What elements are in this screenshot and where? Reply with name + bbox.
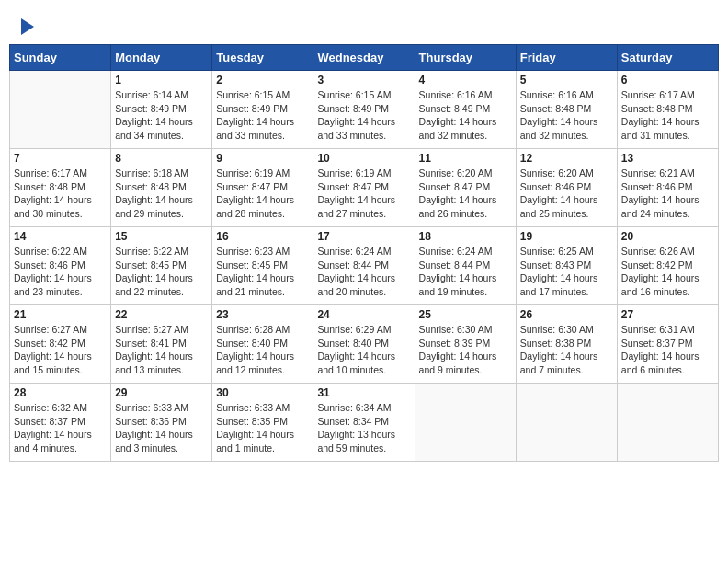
calendar-cell: 5Sunrise: 6:16 AM Sunset: 8:48 PM Daylig… [516,71,617,149]
day-info: Sunrise: 6:21 AM Sunset: 8:46 PM Dayligh… [621,167,714,221]
calendar-header-row: SundayMondayTuesdayWednesdayThursdayFrid… [10,45,719,71]
calendar-cell: 24Sunrise: 6:29 AM Sunset: 8:40 PM Dayli… [313,305,415,384]
day-info: Sunrise: 6:30 AM Sunset: 8:38 PM Dayligh… [520,323,613,377]
calendar-body: 1Sunrise: 6:14 AM Sunset: 8:49 PM Daylig… [10,71,719,462]
day-number: 16 [216,230,309,243]
calendar-cell: 26Sunrise: 6:30 AM Sunset: 8:38 PM Dayli… [516,305,617,384]
page-header [9,9,719,40]
day-info: Sunrise: 6:27 AM Sunset: 8:42 PM Dayligh… [14,323,107,377]
calendar-cell: 28Sunrise: 6:32 AM Sunset: 8:37 PM Dayli… [10,384,111,462]
calendar-cell: 11Sunrise: 6:20 AM Sunset: 8:47 PM Dayli… [415,149,516,227]
calendar-cell: 21Sunrise: 6:27 AM Sunset: 8:42 PM Dayli… [10,305,111,384]
calendar-cell: 2Sunrise: 6:15 AM Sunset: 8:49 PM Daylig… [212,71,313,149]
day-number: 31 [317,386,410,399]
day-number: 13 [621,152,714,165]
calendar-cell: 9Sunrise: 6:19 AM Sunset: 8:47 PM Daylig… [212,149,313,227]
day-number: 17 [317,230,410,243]
day-number: 14 [14,230,107,243]
calendar-header-cell: Friday [516,45,617,71]
calendar-cell [10,71,111,149]
calendar-table: SundayMondayTuesdayWednesdayThursdayFrid… [9,44,719,462]
calendar-cell: 27Sunrise: 6:31 AM Sunset: 8:37 PM Dayli… [617,305,718,384]
day-info: Sunrise: 6:30 AM Sunset: 8:39 PM Dayligh… [419,323,512,377]
calendar-week-row: 1Sunrise: 6:14 AM Sunset: 8:49 PM Daylig… [10,71,719,149]
day-info: Sunrise: 6:20 AM Sunset: 8:47 PM Dayligh… [419,167,512,221]
day-number: 8 [115,152,208,165]
day-number: 26 [520,308,613,321]
day-number: 29 [115,386,208,399]
day-info: Sunrise: 6:24 AM Sunset: 8:44 PM Dayligh… [317,245,410,299]
day-number: 12 [520,152,613,165]
calendar-cell: 13Sunrise: 6:21 AM Sunset: 8:46 PM Dayli… [617,149,718,227]
day-info: Sunrise: 6:20 AM Sunset: 8:46 PM Dayligh… [520,167,613,221]
calendar-cell: 14Sunrise: 6:22 AM Sunset: 8:46 PM Dayli… [10,227,111,305]
day-info: Sunrise: 6:29 AM Sunset: 8:40 PM Dayligh… [317,323,410,377]
calendar-cell: 17Sunrise: 6:24 AM Sunset: 8:44 PM Dayli… [313,227,415,305]
calendar-cell: 23Sunrise: 6:28 AM Sunset: 8:40 PM Dayli… [212,305,313,384]
day-number: 9 [216,152,309,165]
day-info: Sunrise: 6:16 AM Sunset: 8:49 PM Dayligh… [419,88,512,143]
calendar-cell: 4Sunrise: 6:16 AM Sunset: 8:49 PM Daylig… [415,71,516,149]
calendar-header-cell: Monday [111,45,212,71]
day-info: Sunrise: 6:14 AM Sunset: 8:49 PM Dayligh… [115,88,208,143]
day-info: Sunrise: 6:33 AM Sunset: 8:35 PM Dayligh… [216,401,309,455]
day-info: Sunrise: 6:22 AM Sunset: 8:46 PM Dayligh… [14,245,107,299]
day-info: Sunrise: 6:33 AM Sunset: 8:36 PM Dayligh… [115,401,208,455]
calendar-cell: 6Sunrise: 6:17 AM Sunset: 8:48 PM Daylig… [617,71,718,149]
logo [18,18,34,35]
day-number: 24 [317,308,410,321]
day-info: Sunrise: 6:15 AM Sunset: 8:49 PM Dayligh… [216,88,309,143]
day-number: 11 [419,152,512,165]
calendar-week-row: 14Sunrise: 6:22 AM Sunset: 8:46 PM Dayli… [10,227,719,305]
calendar-cell: 16Sunrise: 6:23 AM Sunset: 8:45 PM Dayli… [212,227,313,305]
day-number: 27 [621,308,714,321]
calendar-cell: 20Sunrise: 6:26 AM Sunset: 8:42 PM Dayli… [617,227,718,305]
day-info: Sunrise: 6:17 AM Sunset: 8:48 PM Dayligh… [14,167,107,221]
day-info: Sunrise: 6:31 AM Sunset: 8:37 PM Dayligh… [621,323,714,377]
day-info: Sunrise: 6:19 AM Sunset: 8:47 PM Dayligh… [216,167,309,221]
calendar-cell: 30Sunrise: 6:33 AM Sunset: 8:35 PM Dayli… [212,384,313,462]
calendar-cell [516,384,617,462]
day-info: Sunrise: 6:24 AM Sunset: 8:44 PM Dayligh… [419,245,512,299]
calendar-cell: 7Sunrise: 6:17 AM Sunset: 8:48 PM Daylig… [10,149,111,227]
calendar-cell: 8Sunrise: 6:18 AM Sunset: 8:48 PM Daylig… [111,149,212,227]
day-number: 25 [419,308,512,321]
calendar-cell [415,384,516,462]
calendar-header-cell: Thursday [415,45,516,71]
day-info: Sunrise: 6:32 AM Sunset: 8:37 PM Dayligh… [14,401,107,455]
day-info: Sunrise: 6:34 AM Sunset: 8:34 PM Dayligh… [317,401,410,455]
calendar-week-row: 28Sunrise: 6:32 AM Sunset: 8:37 PM Dayli… [10,384,719,462]
calendar-cell: 15Sunrise: 6:22 AM Sunset: 8:45 PM Dayli… [111,227,212,305]
day-number: 18 [419,230,512,243]
calendar-cell: 19Sunrise: 6:25 AM Sunset: 8:43 PM Dayli… [516,227,617,305]
day-info: Sunrise: 6:18 AM Sunset: 8:48 PM Dayligh… [115,167,208,221]
day-info: Sunrise: 6:26 AM Sunset: 8:42 PM Dayligh… [621,245,714,299]
calendar-cell: 29Sunrise: 6:33 AM Sunset: 8:36 PM Dayli… [111,384,212,462]
day-info: Sunrise: 6:27 AM Sunset: 8:41 PM Dayligh… [115,323,208,377]
calendar-cell: 31Sunrise: 6:34 AM Sunset: 8:34 PM Dayli… [313,384,415,462]
day-number: 2 [216,74,309,86]
day-info: Sunrise: 6:15 AM Sunset: 8:49 PM Dayligh… [317,88,410,143]
day-number: 5 [520,74,613,86]
day-number: 4 [419,74,512,86]
calendar-cell: 22Sunrise: 6:27 AM Sunset: 8:41 PM Dayli… [111,305,212,384]
calendar-cell: 10Sunrise: 6:19 AM Sunset: 8:47 PM Dayli… [313,149,415,227]
day-number: 30 [216,386,309,399]
calendar-cell: 18Sunrise: 6:24 AM Sunset: 8:44 PM Dayli… [415,227,516,305]
day-number: 28 [14,386,107,399]
calendar-week-row: 7Sunrise: 6:17 AM Sunset: 8:48 PM Daylig… [10,149,719,227]
logo-triangle-icon [21,18,34,35]
calendar-header-cell: Saturday [617,45,718,71]
calendar-header-cell: Wednesday [313,45,415,71]
calendar-week-row: 21Sunrise: 6:27 AM Sunset: 8:42 PM Dayli… [10,305,719,384]
day-number: 1 [115,74,208,86]
day-number: 10 [317,152,410,165]
day-number: 7 [14,152,107,165]
calendar-cell: 3Sunrise: 6:15 AM Sunset: 8:49 PM Daylig… [313,71,415,149]
day-info: Sunrise: 6:28 AM Sunset: 8:40 PM Dayligh… [216,323,309,377]
day-number: 15 [115,230,208,243]
calendar-cell: 1Sunrise: 6:14 AM Sunset: 8:49 PM Daylig… [111,71,212,149]
day-number: 3 [317,74,410,86]
day-number: 21 [14,308,107,321]
calendar-header-cell: Sunday [10,45,111,71]
